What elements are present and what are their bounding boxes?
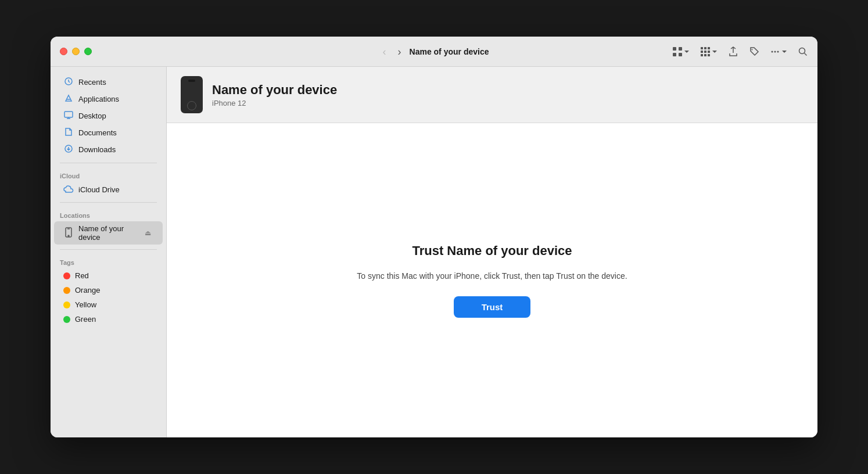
- desktop-icon: [63, 110, 74, 121]
- sidebar-item-label: Desktop: [78, 112, 106, 120]
- titlebar-center: ‹ › Name of your device: [379, 45, 489, 58]
- share-icon[interactable]: [728, 46, 738, 57]
- trust-description: To sync this Mac with your iPhone, click…: [357, 270, 627, 282]
- more-options-icon[interactable]: [770, 46, 787, 57]
- main-layout: Recents Applications Desktop: [51, 67, 817, 437]
- group-icon[interactable]: [700, 46, 718, 57]
- locations-section-label: Locations: [51, 207, 166, 221]
- finder-window: ‹ › Name of your device: [51, 37, 817, 437]
- sidebar-item-downloads[interactable]: Downloads: [54, 141, 163, 158]
- svg-rect-3: [679, 53, 682, 56]
- icloud-section-label: iCloud: [51, 168, 166, 182]
- documents-icon: [63, 127, 74, 138]
- close-button[interactable]: [60, 48, 67, 55]
- tags-section-label: Tags: [51, 254, 166, 268]
- svg-rect-12: [708, 54, 710, 56]
- toolbar-actions: [672, 46, 808, 57]
- applications-icon: [63, 94, 74, 105]
- sidebar-item-device[interactable]: Name of your device ⏏: [54, 221, 163, 245]
- device-model: iPhone 12: [212, 99, 337, 107]
- svg-point-14: [772, 51, 773, 52]
- sidebar-item-tag-red[interactable]: Red: [54, 268, 163, 283]
- svg-rect-6: [708, 47, 710, 49]
- view-grid-icon[interactable]: [672, 46, 690, 57]
- content-area: Name of your device iPhone 12 Trust Name…: [167, 67, 817, 437]
- svg-rect-10: [701, 54, 703, 56]
- device-header: Name of your device iPhone 12: [167, 67, 817, 123]
- sidebar-item-recents[interactable]: Recents: [54, 74, 163, 91]
- sidebar-item-applications[interactable]: Applications: [54, 91, 163, 107]
- icloud-drive-icon: [63, 185, 74, 195]
- sidebar-divider-2: [60, 202, 157, 203]
- device-info: Name of your device iPhone 12: [212, 82, 337, 107]
- device-name: Name of your device: [212, 82, 337, 98]
- svg-rect-11: [704, 54, 706, 56]
- sidebar-item-label: Documents: [78, 128, 117, 137]
- svg-point-17: [799, 48, 805, 53]
- sidebar-item-label: Applications: [78, 95, 119, 103]
- titlebar: ‹ › Name of your device: [51, 37, 817, 67]
- sidebar-item-documents[interactable]: Documents: [54, 124, 163, 141]
- eject-button[interactable]: ⏏: [142, 228, 153, 238]
- sidebar-item-desktop[interactable]: Desktop: [54, 107, 163, 124]
- sidebar-divider-3: [60, 249, 157, 250]
- tag-dot-red: [63, 272, 70, 279]
- sidebar-item-label: Orange: [75, 286, 100, 295]
- sidebar-item-label: Downloads: [78, 145, 116, 154]
- svg-rect-19: [64, 112, 73, 117]
- svg-rect-7: [701, 51, 703, 53]
- svg-rect-5: [704, 47, 706, 49]
- minimize-button[interactable]: [72, 48, 80, 55]
- svg-rect-4: [701, 47, 703, 49]
- sidebar-item-tag-yellow[interactable]: Yellow: [54, 297, 163, 312]
- sidebar-item-tag-orange[interactable]: Orange: [54, 283, 163, 297]
- back-button[interactable]: ‹: [379, 45, 390, 58]
- sidebar-item-tag-green[interactable]: Green: [54, 312, 163, 326]
- svg-rect-2: [673, 53, 676, 56]
- search-icon[interactable]: [798, 46, 808, 57]
- device-image: [181, 76, 203, 113]
- trust-title: Trust Name of your device: [412, 243, 572, 258]
- trust-dialog: Trust Name of your device To sync this M…: [167, 123, 817, 437]
- tag-dot-orange: [63, 287, 70, 294]
- svg-point-15: [774, 51, 776, 52]
- maximize-button[interactable]: [84, 48, 92, 55]
- tag-dot-yellow: [63, 301, 70, 308]
- forward-button[interactable]: ›: [394, 45, 405, 58]
- svg-point-23: [68, 235, 69, 236]
- trust-button[interactable]: Trust: [454, 296, 531, 318]
- sidebar: Recents Applications Desktop: [51, 67, 167, 437]
- sidebar-item-label: Green: [75, 315, 96, 324]
- sidebar-item-label: Red: [75, 271, 89, 280]
- sidebar-item-label: Recents: [78, 78, 106, 87]
- svg-rect-9: [708, 51, 710, 53]
- svg-rect-1: [679, 47, 682, 51]
- sidebar-divider-1: [60, 163, 157, 163]
- titlebar-title: Name of your device: [410, 47, 489, 56]
- downloads-icon: [63, 144, 74, 155]
- sidebar-item-icloud-drive[interactable]: iCloud Drive: [54, 182, 163, 198]
- recents-icon: [63, 77, 74, 88]
- svg-point-16: [777, 51, 779, 52]
- svg-point-13: [752, 49, 753, 50]
- traffic-lights: [60, 48, 92, 55]
- svg-rect-0: [673, 47, 676, 51]
- sidebar-item-label: Yellow: [75, 300, 96, 309]
- sidebar-item-label: Name of your device: [78, 224, 138, 242]
- tag-icon[interactable]: [749, 46, 759, 57]
- device-icon: [63, 227, 74, 239]
- sidebar-item-label: iCloud Drive: [78, 185, 120, 194]
- svg-rect-8: [704, 51, 706, 53]
- tag-dot-green: [63, 316, 70, 323]
